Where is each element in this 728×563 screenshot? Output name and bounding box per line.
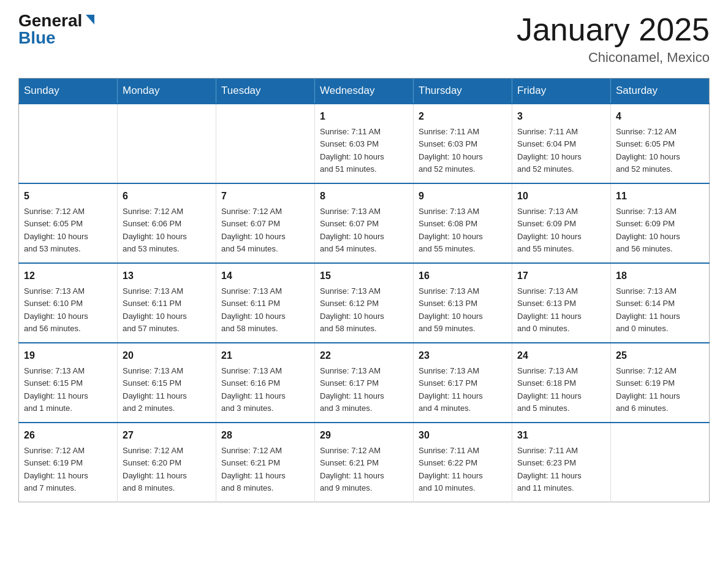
logo: General Blue <box>18 12 97 47</box>
day-detail: Sunrise: 7:12 AMSunset: 6:19 PMDaylight:… <box>616 366 680 413</box>
calendar-cell: 8Sunrise: 7:13 AMSunset: 6:07 PMDaylight… <box>315 183 414 263</box>
calendar-cell: 13Sunrise: 7:13 AMSunset: 6:11 PMDayligh… <box>118 263 216 343</box>
day-number: 19 <box>24 348 112 363</box>
calendar-cell: 25Sunrise: 7:12 AMSunset: 6:19 PMDayligh… <box>611 343 710 423</box>
calendar-cell: 26Sunrise: 7:12 AMSunset: 6:19 PMDayligh… <box>19 423 118 502</box>
day-detail: Sunrise: 7:13 AMSunset: 6:18 PMDaylight:… <box>517 366 582 413</box>
day-detail: Sunrise: 7:13 AMSunset: 6:10 PMDaylight:… <box>24 286 88 333</box>
logo-arrow-icon <box>83 13 97 27</box>
calendar-cell: 19Sunrise: 7:13 AMSunset: 6:15 PMDayligh… <box>19 343 118 423</box>
day-detail: Sunrise: 7:13 AMSunset: 6:13 PMDaylight:… <box>419 286 483 333</box>
day-number: 24 <box>517 348 605 363</box>
calendar-cell: 22Sunrise: 7:13 AMSunset: 6:17 PMDayligh… <box>315 343 414 423</box>
day-number: 13 <box>123 269 211 283</box>
weekday-header-thursday: Thursday <box>414 79 512 104</box>
week-row-3: 12Sunrise: 7:13 AMSunset: 6:10 PMDayligh… <box>19 263 710 343</box>
day-detail: Sunrise: 7:13 AMSunset: 6:16 PMDaylight:… <box>221 366 286 413</box>
day-detail: Sunrise: 7:13 AMSunset: 6:11 PMDaylight:… <box>221 286 286 333</box>
calendar-subtitle: Chiconamel, Mexico <box>517 50 710 66</box>
calendar-title: January 2025 <box>517 12 710 47</box>
calendar-cell <box>19 104 118 183</box>
calendar-cell: 11Sunrise: 7:13 AMSunset: 6:09 PMDayligh… <box>611 183 710 263</box>
day-number: 4 <box>616 109 704 124</box>
day-number: 29 <box>320 428 408 443</box>
calendar-cell <box>611 423 710 502</box>
calendar-cell: 16Sunrise: 7:13 AMSunset: 6:13 PMDayligh… <box>414 263 512 343</box>
calendar-cell: 17Sunrise: 7:13 AMSunset: 6:13 PMDayligh… <box>512 263 611 343</box>
day-detail: Sunrise: 7:13 AMSunset: 6:12 PMDaylight:… <box>320 286 384 333</box>
day-number: 8 <box>320 189 408 204</box>
day-number: 20 <box>123 348 211 363</box>
calendar-cell: 18Sunrise: 7:13 AMSunset: 6:14 PMDayligh… <box>611 263 710 343</box>
day-number: 9 <box>419 189 507 204</box>
calendar-cell: 30Sunrise: 7:11 AMSunset: 6:22 PMDayligh… <box>414 423 512 502</box>
calendar-cell: 31Sunrise: 7:11 AMSunset: 6:23 PMDayligh… <box>512 423 611 502</box>
day-number: 22 <box>320 348 408 363</box>
day-number: 16 <box>419 269 507 283</box>
calendar-cell: 6Sunrise: 7:12 AMSunset: 6:06 PMDaylight… <box>118 183 216 263</box>
calendar-table: SundayMondayTuesdayWednesdayThursdayFrid… <box>18 78 710 502</box>
day-number: 15 <box>320 269 408 283</box>
calendar-cell: 28Sunrise: 7:12 AMSunset: 6:21 PMDayligh… <box>216 423 315 502</box>
day-number: 30 <box>419 428 507 443</box>
day-number: 17 <box>517 269 605 283</box>
day-number: 28 <box>221 428 309 443</box>
calendar-cell: 10Sunrise: 7:13 AMSunset: 6:09 PMDayligh… <box>512 183 611 263</box>
day-detail: Sunrise: 7:13 AMSunset: 6:15 PMDaylight:… <box>123 366 187 413</box>
day-detail: Sunrise: 7:13 AMSunset: 6:09 PMDaylight:… <box>517 207 582 253</box>
day-detail: Sunrise: 7:13 AMSunset: 6:17 PMDaylight:… <box>320 366 384 413</box>
calendar-cell: 3Sunrise: 7:11 AMSunset: 6:04 PMDaylight… <box>512 104 611 183</box>
day-detail: Sunrise: 7:11 AMSunset: 6:22 PMDaylight:… <box>419 446 483 492</box>
day-number: 10 <box>517 189 605 204</box>
day-detail: Sunrise: 7:13 AMSunset: 6:08 PMDaylight:… <box>419 207 483 253</box>
day-detail: Sunrise: 7:11 AMSunset: 6:03 PMDaylight:… <box>419 127 483 174</box>
weekday-header-wednesday: Wednesday <box>315 79 414 104</box>
day-number: 18 <box>616 269 704 283</box>
week-row-2: 5Sunrise: 7:12 AMSunset: 6:05 PMDaylight… <box>19 183 710 263</box>
weekday-header-tuesday: Tuesday <box>216 79 315 104</box>
day-number: 5 <box>24 189 112 204</box>
week-row-4: 19Sunrise: 7:13 AMSunset: 6:15 PMDayligh… <box>19 343 710 423</box>
day-number: 25 <box>616 348 704 363</box>
svg-marker-0 <box>86 15 94 25</box>
day-detail: Sunrise: 7:13 AMSunset: 6:07 PMDaylight:… <box>320 207 384 253</box>
day-detail: Sunrise: 7:13 AMSunset: 6:17 PMDaylight:… <box>419 366 483 413</box>
calendar-cell: 2Sunrise: 7:11 AMSunset: 6:03 PMDaylight… <box>414 104 512 183</box>
logo-blue-text: Blue <box>18 29 56 47</box>
calendar-cell: 4Sunrise: 7:12 AMSunset: 6:05 PMDaylight… <box>611 104 710 183</box>
day-detail: Sunrise: 7:12 AMSunset: 6:19 PMDaylight:… <box>24 446 88 492</box>
day-number: 1 <box>320 109 408 124</box>
calendar-cell: 23Sunrise: 7:13 AMSunset: 6:17 PMDayligh… <box>414 343 512 423</box>
weekday-header-friday: Friday <box>512 79 611 104</box>
calendar-cell: 1Sunrise: 7:11 AMSunset: 6:03 PMDaylight… <box>315 104 414 183</box>
weekday-header-sunday: Sunday <box>19 79 118 104</box>
calendar-cell: 14Sunrise: 7:13 AMSunset: 6:11 PMDayligh… <box>216 263 315 343</box>
day-detail: Sunrise: 7:11 AMSunset: 6:03 PMDaylight:… <box>320 127 384 174</box>
day-detail: Sunrise: 7:13 AMSunset: 6:09 PMDaylight:… <box>616 207 680 253</box>
day-number: 3 <box>517 109 605 124</box>
day-detail: Sunrise: 7:12 AMSunset: 6:06 PMDaylight:… <box>123 207 187 253</box>
calendar-cell <box>118 104 216 183</box>
weekday-header-monday: Monday <box>118 79 216 104</box>
calendar-cell: 29Sunrise: 7:12 AMSunset: 6:21 PMDayligh… <box>315 423 414 502</box>
day-detail: Sunrise: 7:12 AMSunset: 6:05 PMDaylight:… <box>24 207 88 253</box>
day-detail: Sunrise: 7:13 AMSunset: 6:13 PMDaylight:… <box>517 286 582 333</box>
page-header: General Blue January 2025 Chiconamel, Me… <box>18 12 710 66</box>
title-section: January 2025 Chiconamel, Mexico <box>517 12 710 66</box>
day-detail: Sunrise: 7:12 AMSunset: 6:21 PMDaylight:… <box>320 446 384 492</box>
week-row-5: 26Sunrise: 7:12 AMSunset: 6:19 PMDayligh… <box>19 423 710 502</box>
day-number: 21 <box>221 348 309 363</box>
calendar-cell: 15Sunrise: 7:13 AMSunset: 6:12 PMDayligh… <box>315 263 414 343</box>
calendar-cell: 24Sunrise: 7:13 AMSunset: 6:18 PMDayligh… <box>512 343 611 423</box>
weekday-header-saturday: Saturday <box>611 79 710 104</box>
calendar-cell: 21Sunrise: 7:13 AMSunset: 6:16 PMDayligh… <box>216 343 315 423</box>
day-detail: Sunrise: 7:12 AMSunset: 6:07 PMDaylight:… <box>221 207 286 253</box>
day-detail: Sunrise: 7:11 AMSunset: 6:23 PMDaylight:… <box>517 446 582 492</box>
calendar-cell: 5Sunrise: 7:12 AMSunset: 6:05 PMDaylight… <box>19 183 118 263</box>
day-number: 23 <box>419 348 507 363</box>
day-number: 26 <box>24 428 112 443</box>
day-detail: Sunrise: 7:13 AMSunset: 6:14 PMDaylight:… <box>616 286 680 333</box>
day-number: 2 <box>419 109 507 124</box>
day-number: 6 <box>123 189 211 204</box>
day-number: 14 <box>221 269 309 283</box>
